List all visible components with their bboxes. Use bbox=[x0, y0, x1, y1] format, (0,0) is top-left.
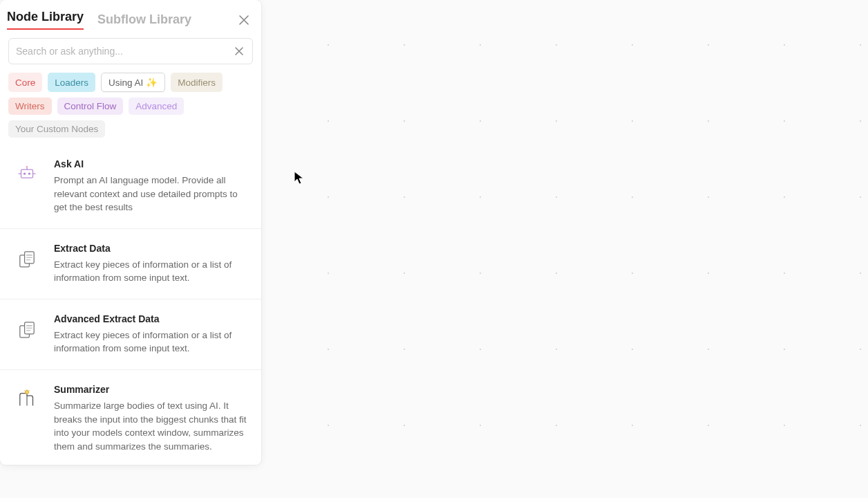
search-input[interactable] bbox=[16, 46, 233, 57]
chip-modifiers[interactable]: Modifiers bbox=[171, 73, 223, 92]
svg-rect-0 bbox=[21, 169, 33, 178]
svg-point-3 bbox=[26, 166, 28, 168]
category-chips: Core Loaders Using AI ✨ Modifiers Writer… bbox=[0, 70, 261, 145]
chip-loaders[interactable]: Loaders bbox=[48, 73, 95, 92]
chip-advanced[interactable]: Advanced bbox=[129, 98, 184, 115]
sparkle-icon: ✨ bbox=[146, 77, 158, 88]
node-desc: Extract key pieces of information or a l… bbox=[54, 329, 250, 356]
x-icon bbox=[235, 47, 243, 55]
node-item-extract-data[interactable]: Extract Data Extract key pieces of infor… bbox=[0, 229, 261, 299]
node-title: Advanced Extract Data bbox=[54, 313, 250, 324]
node-title: Summarizer bbox=[54, 384, 250, 395]
extract-data-icon bbox=[12, 244, 41, 273]
search-clear-button[interactable] bbox=[233, 45, 245, 57]
chip-control-flow[interactable]: Control Flow bbox=[57, 98, 124, 115]
node-body: Advanced Extract Data Extract key pieces… bbox=[54, 313, 250, 356]
chip-custom-nodes[interactable]: Your Custom Nodes bbox=[8, 120, 105, 138]
chip-writers[interactable]: Writers bbox=[8, 98, 52, 115]
close-icon bbox=[239, 15, 249, 25]
chip-using-ai[interactable]: Using AI ✨ bbox=[101, 73, 165, 92]
node-list[interactable]: Ask AI Prompt an AI language model. Prov… bbox=[0, 145, 261, 465]
summarizer-icon bbox=[12, 385, 41, 414]
chip-core[interactable]: Core bbox=[8, 73, 42, 92]
svg-point-2 bbox=[28, 172, 30, 174]
tab-node-library[interactable]: Node Library bbox=[7, 10, 84, 30]
advanced-extract-icon bbox=[12, 315, 41, 344]
library-tabs: Node Library Subflow Library bbox=[0, 0, 261, 30]
node-desc: Extract key pieces of information or a l… bbox=[54, 258, 250, 285]
node-body: Extract Data Extract key pieces of infor… bbox=[54, 243, 250, 285]
svg-point-8 bbox=[25, 390, 28, 394]
search-field[interactable] bbox=[8, 38, 253, 64]
node-library-panel: Node Library Subflow Library Core Loader… bbox=[0, 0, 261, 465]
close-panel-button[interactable] bbox=[236, 12, 252, 28]
node-title: Extract Data bbox=[54, 243, 250, 254]
tab-subflow-library[interactable]: Subflow Library bbox=[97, 12, 191, 27]
node-item-summarizer[interactable]: Summarizer Summarize large bodies of tex… bbox=[0, 370, 261, 465]
node-body: Ask AI Prompt an AI language model. Prov… bbox=[54, 158, 250, 214]
node-desc: Summarize large bodies of text using AI.… bbox=[54, 399, 250, 453]
node-item-ask-ai[interactable]: Ask AI Prompt an AI language model. Prov… bbox=[0, 145, 261, 229]
node-desc: Prompt an AI language model. Provide all… bbox=[54, 174, 250, 214]
ask-ai-icon bbox=[12, 160, 41, 189]
node-body: Summarizer Summarize large bodies of tex… bbox=[54, 384, 250, 453]
node-item-advanced-extract[interactable]: Advanced Extract Data Extract key pieces… bbox=[0, 299, 261, 370]
search-wrap bbox=[0, 30, 261, 70]
node-title: Ask AI bbox=[54, 158, 250, 169]
chip-label: Using AI bbox=[108, 77, 143, 88]
svg-point-1 bbox=[23, 172, 26, 174]
